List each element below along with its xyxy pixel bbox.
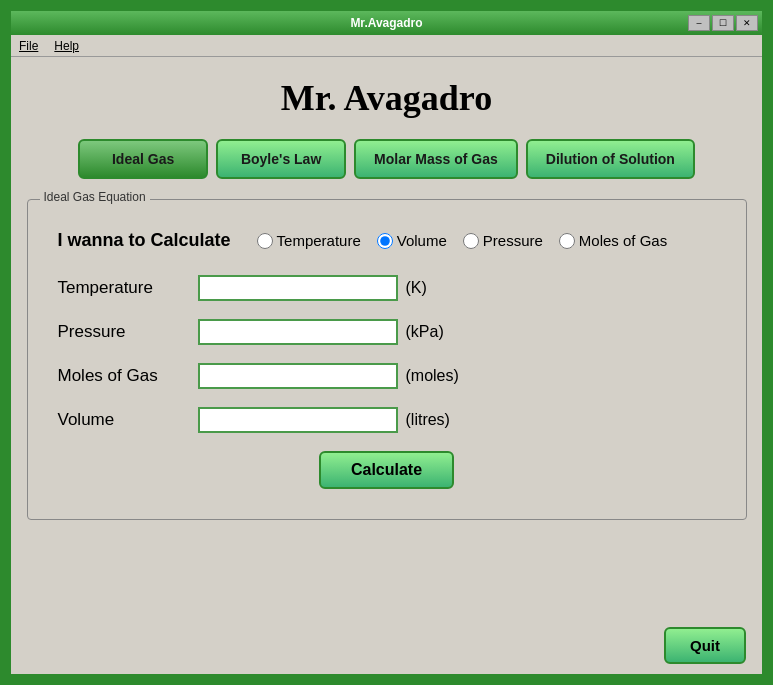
radio-row: I wanna to Calculate Temperature Volume … — [58, 230, 716, 251]
title-bar-buttons: – ☐ ✕ — [688, 15, 758, 31]
radio-temperature[interactable] — [257, 233, 273, 249]
main-content: Mr. Avagadro Ideal Gas Boyle's Law Molar… — [11, 57, 762, 617]
volume-label: Volume — [58, 410, 198, 430]
moles-label: Moles of Gas — [58, 366, 198, 386]
temperature-row: Temperature (K) — [58, 275, 716, 301]
nav-button-row: Ideal Gas Boyle's Law Molar Mass of Gas … — [78, 139, 695, 179]
radio-volume-option[interactable]: Volume — [377, 232, 447, 249]
volume-unit: (litres) — [406, 411, 450, 429]
nav-molar-mass[interactable]: Molar Mass of Gas — [354, 139, 518, 179]
maximize-button[interactable]: ☐ — [712, 15, 734, 31]
radio-volume[interactable] — [377, 233, 393, 249]
temperature-label: Temperature — [58, 278, 198, 298]
volume-input[interactable] — [198, 407, 398, 433]
radio-pressure[interactable] — [463, 233, 479, 249]
minimize-button[interactable]: – — [688, 15, 710, 31]
quit-button[interactable]: Quit — [664, 627, 746, 664]
pressure-input[interactable] — [198, 319, 398, 345]
radio-volume-label: Volume — [397, 232, 447, 249]
temperature-input[interactable] — [198, 275, 398, 301]
moles-input[interactable] — [198, 363, 398, 389]
temperature-unit: (K) — [406, 279, 427, 297]
pressure-unit: (kPa) — [406, 323, 444, 341]
nav-boyles-law[interactable]: Boyle's Law — [216, 139, 346, 179]
pressure-label: Pressure — [58, 322, 198, 342]
footer: Quit — [11, 617, 762, 674]
radio-temperature-option[interactable]: Temperature — [257, 232, 361, 249]
menu-bar: File Help — [11, 35, 762, 57]
ideal-gas-group-box: Ideal Gas Equation I wanna to Calculate … — [27, 199, 747, 520]
calculate-button[interactable]: Calculate — [319, 451, 454, 489]
app-title: Mr. Avagadro — [281, 77, 492, 119]
radio-moles-option[interactable]: Moles of Gas — [559, 232, 667, 249]
radio-pressure-option[interactable]: Pressure — [463, 232, 543, 249]
moles-row: Moles of Gas (moles) — [58, 363, 716, 389]
radio-temperature-label: Temperature — [277, 232, 361, 249]
radio-pressure-label: Pressure — [483, 232, 543, 249]
group-box-legend: Ideal Gas Equation — [40, 190, 150, 204]
menu-file[interactable]: File — [15, 37, 42, 55]
title-bar: Mr.Avagadro – ☐ ✕ — [11, 11, 762, 35]
pressure-row: Pressure (kPa) — [58, 319, 716, 345]
radio-row-label: I wanna to Calculate — [58, 230, 231, 251]
menu-help[interactable]: Help — [50, 37, 83, 55]
radio-moles-label: Moles of Gas — [579, 232, 667, 249]
moles-unit: (moles) — [406, 367, 459, 385]
volume-row: Volume (litres) — [58, 407, 716, 433]
close-button[interactable]: ✕ — [736, 15, 758, 31]
nav-dilution[interactable]: Dilution of Solution — [526, 139, 695, 179]
radio-moles[interactable] — [559, 233, 575, 249]
calculate-btn-row: Calculate — [58, 451, 716, 489]
nav-ideal-gas[interactable]: Ideal Gas — [78, 139, 208, 179]
title-bar-text: Mr.Avagadro — [350, 16, 422, 30]
